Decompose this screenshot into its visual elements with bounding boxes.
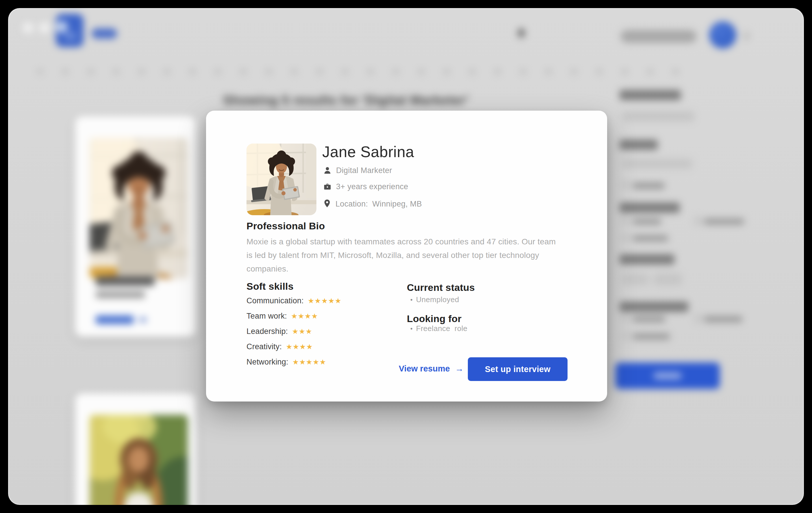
current-status-title: Current status bbox=[407, 282, 475, 293]
filter-text-input[interactable] bbox=[622, 159, 692, 169]
results-heading: Showing 5 results for 'Digital Marketer' bbox=[223, 93, 469, 108]
current-status-item: • Unemployed bbox=[410, 295, 459, 304]
filter-text-input[interactable] bbox=[622, 111, 694, 122]
traffic-light-close-button[interactable] bbox=[23, 22, 33, 33]
filter-section-label bbox=[619, 302, 688, 312]
filter-checkbox[interactable] bbox=[622, 332, 630, 340]
view-resume-label: View resume bbox=[399, 364, 450, 373]
filter-checkbox[interactable] bbox=[695, 315, 702, 322]
looking-for-title: Looking for bbox=[407, 313, 462, 324]
bio-paragraph: Moxie is a global startup with teammates… bbox=[246, 235, 587, 276]
checkbox-label bbox=[704, 218, 744, 225]
arrow-right-icon bbox=[140, 317, 146, 322]
checkbox-label bbox=[633, 235, 668, 241]
skill-label: Networking: bbox=[246, 358, 288, 367]
skill-label: Leadership: bbox=[246, 327, 288, 336]
filter-checkbox[interactable] bbox=[622, 234, 630, 241]
role-row: Digital Marketer bbox=[323, 165, 392, 176]
location-pin-icon bbox=[323, 199, 331, 209]
skill-stars-rating: ★★★★ bbox=[286, 342, 313, 351]
user-name-text bbox=[621, 30, 696, 43]
bullet-icon: • bbox=[410, 325, 413, 332]
app-logo-wordmark bbox=[92, 28, 117, 39]
skill-stars-rating: ★★★★★ bbox=[308, 297, 342, 305]
candidate-photo bbox=[90, 415, 188, 505]
filter-checkbox[interactable] bbox=[695, 217, 702, 225]
skill-row: Leadership:★★★ bbox=[246, 328, 342, 335]
filter-submit-label bbox=[654, 372, 682, 380]
checkbox-label bbox=[633, 182, 665, 189]
set-up-interview-button[interactable]: Set up interview bbox=[468, 357, 568, 381]
skill-row: Team work:★★★★ bbox=[246, 312, 342, 320]
set-up-interview-label: Set up interview bbox=[485, 365, 550, 374]
location-label: Location: bbox=[336, 200, 368, 209]
skill-row: Creativity:★★★★ bbox=[246, 343, 342, 351]
traffic-light-minimize-button[interactable] bbox=[39, 22, 50, 33]
notification-bell-icon[interactable] bbox=[516, 26, 527, 41]
app-window: ❯ Showing 5 results for 'Digital Markete… bbox=[8, 8, 804, 505]
location-row: Location: Winnipeg, MB bbox=[323, 199, 422, 209]
chevron-down-icon[interactable]: ❯ bbox=[743, 31, 750, 40]
skill-label: Team work: bbox=[246, 312, 287, 321]
view-resume-link[interactable]: View resume → bbox=[399, 364, 464, 373]
checkbox-label bbox=[704, 316, 742, 322]
skill-label: Communication: bbox=[246, 296, 304, 305]
candidate-card[interactable] bbox=[75, 116, 196, 336]
bio-line: Moxie is a global startup with teammates… bbox=[246, 235, 587, 248]
person-icon bbox=[323, 166, 332, 175]
candidate-photo bbox=[90, 138, 188, 279]
soft-skills-title: Soft skills bbox=[246, 281, 294, 292]
filter-range-input[interactable] bbox=[622, 273, 649, 285]
experience-row: 3+ years experience bbox=[323, 181, 408, 192]
filter-checkbox[interactable] bbox=[622, 217, 630, 225]
bio-line: is led by talent from MIT, Microsoft, Mo… bbox=[246, 248, 587, 262]
view-profile-link[interactable] bbox=[96, 315, 134, 324]
filter-range-input[interactable] bbox=[654, 273, 682, 285]
looking-for-item: • Freelance role bbox=[410, 324, 468, 333]
filter-checkbox[interactable] bbox=[622, 181, 630, 189]
filter-section-label bbox=[619, 90, 681, 100]
filter-section-label bbox=[619, 140, 658, 150]
checkbox-label bbox=[633, 218, 661, 225]
header-dotted-divider bbox=[37, 70, 696, 73]
bio-line: companies. bbox=[246, 262, 587, 276]
skill-stars-rating: ★★★★★ bbox=[292, 358, 326, 366]
bio-title: Professional Bio bbox=[246, 220, 325, 232]
user-avatar[interactable] bbox=[709, 21, 736, 49]
app-logo-glyph bbox=[65, 32, 76, 40]
candidate-card[interactable] bbox=[75, 393, 196, 505]
filter-section-label bbox=[619, 203, 680, 213]
filter-checkbox[interactable] bbox=[622, 315, 630, 322]
candidate-name: Jane Sabrina bbox=[322, 143, 414, 160]
skill-stars-rating: ★★★★ bbox=[291, 312, 318, 320]
looking-for-value: Freelance role bbox=[416, 324, 468, 333]
briefcase-icon bbox=[323, 182, 332, 191]
bullet-icon: • bbox=[410, 296, 413, 304]
filter-section-label bbox=[619, 254, 674, 265]
app-logo-mark bbox=[56, 21, 68, 33]
filter-submit-button[interactable] bbox=[615, 363, 720, 389]
candidate-role-text bbox=[96, 291, 145, 298]
skill-label: Creativity: bbox=[246, 342, 282, 351]
candidate-profile-modal: Jane Sabrina Digital Marketer 3+ years e… bbox=[206, 111, 607, 401]
checkbox-label bbox=[633, 316, 665, 322]
candidate-role: Digital Marketer bbox=[336, 166, 392, 175]
skill-row: Communication:★★★★★ bbox=[246, 297, 342, 305]
candidate-experience: 3+ years experience bbox=[336, 182, 408, 191]
skill-row: Networking:★★★★★ bbox=[246, 358, 342, 366]
current-status-value: Unemployed bbox=[416, 295, 459, 304]
skills-list: Communication:★★★★★Team work:★★★★Leaders… bbox=[246, 297, 342, 373]
checkbox-label bbox=[633, 333, 670, 340]
profile-photo bbox=[246, 144, 316, 215]
location-value: Winnipeg, MB bbox=[372, 200, 422, 209]
candidate-name-text bbox=[96, 276, 154, 286]
arrow-right-icon: → bbox=[455, 364, 464, 373]
skill-stars-rating: ★★★ bbox=[292, 327, 312, 336]
